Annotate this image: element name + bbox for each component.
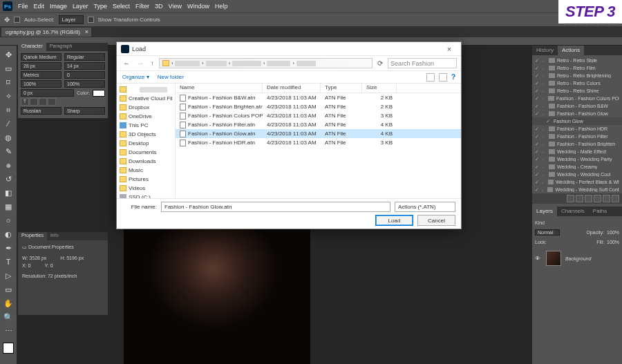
filename-input[interactable]: Fashion - Fashion Glow.atn xyxy=(161,202,390,212)
tree-item[interactable]: Creative Cloud Fil xyxy=(117,94,175,103)
file-row[interactable]: Fashion - Fashion Filter.atn4/23/2018 11… xyxy=(176,120,461,129)
close-dialog-button[interactable]: × xyxy=(442,45,457,53)
document-tab[interactable]: ography.jpg @ 16.7% (RGB/8) × xyxy=(1,28,91,37)
close-tab-icon[interactable]: × xyxy=(85,28,88,35)
action-item[interactable]: ✓›Fashion - Fashion B&W xyxy=(532,102,622,110)
language-dropdown[interactable]: Russian xyxy=(21,107,62,115)
foreground-color-swatch[interactable] xyxy=(3,343,14,354)
action-item[interactable]: ✓›Retro - Retro Style xyxy=(532,57,622,64)
marquee-tool-icon[interactable]: ▭ xyxy=(2,62,15,75)
new-action-icon[interactable] xyxy=(603,195,610,202)
menu-type[interactable]: Type xyxy=(94,3,108,10)
zoom-tool-icon[interactable]: 🔍 xyxy=(2,311,15,323)
smallcaps-button[interactable] xyxy=(48,98,56,106)
history-brush-icon[interactable]: ↺ xyxy=(2,173,15,185)
tree-item[interactable]: 3D Objects xyxy=(117,130,175,139)
blend-mode-dropdown[interactable]: Normal xyxy=(535,229,560,236)
tree-item[interactable]: Videos xyxy=(117,184,175,193)
file-row[interactable]: Fashion - Fashion B&W.atn4/23/2018 11:03… xyxy=(176,93,461,102)
menu-image[interactable]: Image xyxy=(50,3,67,10)
disclosure-icon[interactable]: › xyxy=(543,59,547,63)
hand-tool-icon[interactable]: ✋ xyxy=(2,297,15,309)
disclosure-icon[interactable]: › xyxy=(543,97,547,101)
leading-field[interactable]: 14 px xyxy=(64,62,105,70)
dodge-tool-icon[interactable]: ◐ xyxy=(2,228,15,240)
trash-icon[interactable] xyxy=(612,195,619,202)
type-tool-icon[interactable]: T xyxy=(2,256,15,268)
action-item[interactable]: ✓›Retro - Retro Colors xyxy=(532,79,622,87)
action-item[interactable]: ✓›Fashion - Fashion HDR xyxy=(532,125,622,133)
tab-paragraph[interactable]: Paragraph xyxy=(46,43,76,51)
file-row[interactable]: Fashion - Fashion Colors POP.atn4/23/201… xyxy=(176,111,461,120)
pen-tool-icon[interactable]: ✒ xyxy=(2,242,15,254)
tree-item[interactable]: This PC xyxy=(117,121,175,130)
file-row[interactable]: Fashion - Fashion Glow.atn4/23/2018 11:0… xyxy=(176,129,461,138)
disclosure-icon[interactable]: › xyxy=(542,188,545,192)
action-item[interactable]: ✓›Retro - Retro Shine xyxy=(532,87,622,95)
action-item[interactable]: ✓›Wedding - Creamy xyxy=(532,163,622,171)
menu-view[interactable]: View xyxy=(169,3,182,10)
healing-tool-icon[interactable]: ◍ xyxy=(2,131,15,144)
disclosure-icon[interactable]: › xyxy=(543,127,547,131)
shape-tool-icon[interactable]: ▭ xyxy=(2,283,15,296)
move-tool-icon[interactable]: ✥ xyxy=(2,48,15,61)
font-style-dropdown[interactable]: Regular xyxy=(64,53,105,61)
tree-item[interactable]: OneDrive xyxy=(117,112,175,121)
wand-tool-icon[interactable]: ✧ xyxy=(2,90,15,102)
forward-button[interactable]: → xyxy=(135,59,146,67)
brush-tool-icon[interactable]: ✎ xyxy=(2,145,15,157)
col-size[interactable]: Size xyxy=(362,84,397,93)
disclosure-icon[interactable]: › xyxy=(543,165,547,169)
col-date[interactable]: Date modified xyxy=(263,84,321,93)
organize-dropdown[interactable]: Organize ▾ xyxy=(122,74,149,80)
disclosure-icon[interactable]: › xyxy=(543,89,547,93)
breadcrumb-path[interactable]: › › › › › xyxy=(159,58,373,68)
tree-item[interactable]: Dropbox xyxy=(117,103,175,112)
menu-layer[interactable]: Layer xyxy=(73,3,88,10)
path-tool-icon[interactable]: ▷ xyxy=(2,269,15,282)
caps-button[interactable] xyxy=(39,98,47,106)
play-icon[interactable] xyxy=(585,195,592,202)
vscale-field[interactable]: 100% xyxy=(21,80,62,88)
tab-character[interactable]: Character xyxy=(18,43,46,51)
menu-3d[interactable]: 3D xyxy=(155,3,163,10)
file-row[interactable]: Fashion - Fashion HDR.atn4/23/2018 11:03… xyxy=(176,138,461,147)
menu-select[interactable]: Select xyxy=(113,3,130,10)
action-item[interactable]: ✓›Fashion - Fashion Brighten xyxy=(532,140,622,148)
record-icon[interactable] xyxy=(576,195,583,202)
auto-select-dropdown[interactable]: Layer xyxy=(59,15,84,24)
disclosure-icon[interactable]: › xyxy=(543,74,547,78)
action-item[interactable]: ✓›Wedding - Matte Effect xyxy=(532,148,622,155)
menu-help[interactable]: Help xyxy=(215,3,228,10)
back-button[interactable]: ← xyxy=(121,59,132,67)
kerning-field[interactable]: Metrics xyxy=(21,71,62,79)
action-item[interactable]: ✓›Retro - Retro Film xyxy=(532,64,622,72)
visibility-eye-icon[interactable]: 👁 xyxy=(535,256,542,262)
search-input[interactable]: Search Fashion xyxy=(388,58,457,68)
disclosure-icon[interactable]: › xyxy=(543,150,547,154)
font-family-dropdown[interactable]: Qanok Medium xyxy=(21,53,62,61)
tab-layers[interactable]: Layers xyxy=(532,207,557,216)
disclosure-icon[interactable]: › xyxy=(543,135,547,139)
load-button[interactable]: Load xyxy=(375,215,413,226)
cancel-button[interactable]: Cancel xyxy=(417,215,455,226)
disclosure-icon[interactable]: › xyxy=(543,104,547,108)
col-type[interactable]: Type xyxy=(321,84,362,93)
tree-item[interactable]: Pictures xyxy=(117,175,175,184)
tracking-field[interactable]: 0 xyxy=(64,71,105,79)
new-folder-button[interactable]: New folder xyxy=(158,74,184,80)
stamp-tool-icon[interactable]: ⎈ xyxy=(2,159,15,171)
more-tools-icon[interactable]: ⋯ xyxy=(2,325,15,337)
tab-actions[interactable]: Actions xyxy=(558,46,584,55)
lasso-tool-icon[interactable]: ⌑ xyxy=(2,76,15,88)
file-row[interactable]: Fashion - Fashion Brighten.atn4/23/2018 … xyxy=(176,102,461,111)
action-item[interactable]: ✓›Fashion - Fashion Colors POP xyxy=(532,95,622,102)
tab-info[interactable]: Info xyxy=(47,232,62,240)
refresh-icon[interactable]: ⟳ xyxy=(375,59,385,67)
eyedropper-tool-icon[interactable]: ⁄ xyxy=(2,117,15,130)
quick-access-item[interactable] xyxy=(117,85,175,94)
action-item[interactable]: ✓›Fashion - Fashion Glow xyxy=(532,110,622,117)
text-color-swatch[interactable] xyxy=(93,90,105,97)
new-set-icon[interactable] xyxy=(594,195,601,202)
disclosure-icon[interactable]: › xyxy=(543,82,547,86)
